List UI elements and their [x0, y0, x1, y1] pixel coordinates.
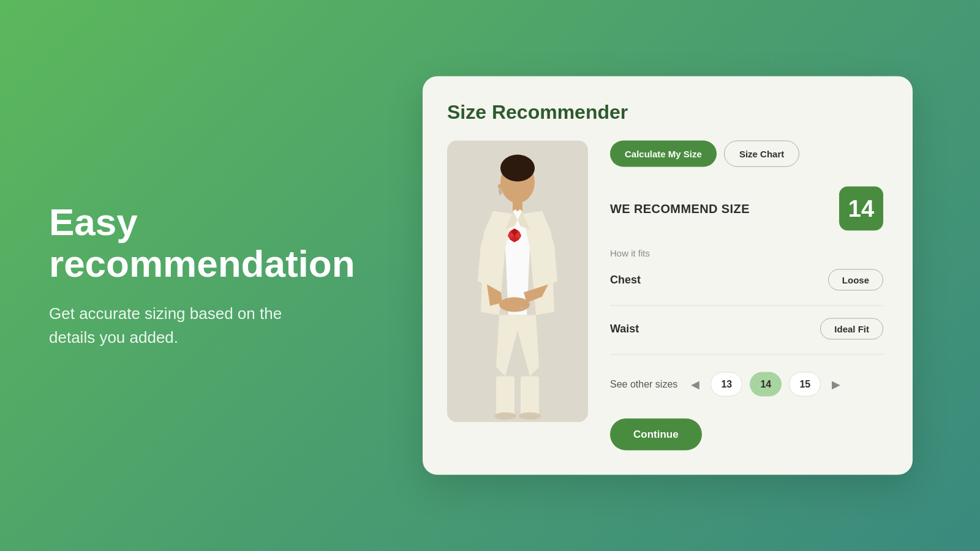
size-selector-row: See other sizes ◀ 13 14 15 ▶ [610, 372, 883, 397]
size-pill-14[interactable]: 14 [750, 372, 782, 397]
button-row: Calculate My Size Size Chart [610, 141, 883, 167]
main-card: Size Recommender [423, 77, 913, 475]
size-pill-15[interactable]: 15 [789, 372, 821, 397]
continue-button[interactable]: Continue [610, 419, 702, 451]
svg-rect-16 [521, 377, 539, 416]
calculate-my-size-button[interactable]: Calculate My Size [610, 141, 717, 167]
svg-point-18 [519, 413, 541, 420]
person-illustration [447, 141, 588, 422]
svg-rect-14 [519, 307, 524, 310]
subtext: Get accurate sizing based on the details… [49, 302, 312, 350]
svg-point-12 [512, 229, 517, 235]
see-other-sizes-label: See other sizes [610, 379, 677, 390]
chest-fit-badge: Loose [828, 269, 883, 291]
headline: Easy recommendation [49, 201, 312, 285]
recommend-section: WE RECOMMEND SIZE 14 [610, 187, 883, 231]
svg-point-13 [499, 298, 530, 312]
card-content: Calculate My Size Size Chart WE RECOMMEN… [447, 141, 883, 451]
svg-rect-2 [513, 200, 522, 211]
size-pill-13[interactable]: 13 [710, 372, 742, 397]
svg-point-4 [521, 170, 530, 179]
how-it-fits-label: How it fits [610, 248, 883, 258]
svg-point-6 [499, 188, 502, 195]
fit-row-chest: Chest Loose [610, 269, 883, 291]
next-size-button[interactable]: ▶ [828, 375, 844, 394]
recommend-label: WE RECOMMEND SIZE [610, 201, 750, 216]
prev-size-button[interactable]: ◀ [687, 375, 703, 394]
svg-point-17 [494, 413, 516, 420]
svg-rect-15 [496, 377, 514, 416]
card-title: Size Recommender [447, 101, 883, 124]
divider-2 [610, 354, 883, 355]
waist-label: Waist [610, 323, 639, 335]
fit-row-waist: Waist Ideal Fit [610, 318, 883, 340]
left-section: Easy recommendation Get accurate sizing … [49, 201, 312, 350]
size-chart-button[interactable]: Size Chart [724, 141, 799, 167]
waist-fit-badge: Ideal Fit [820, 318, 883, 340]
chest-label: Chest [610, 274, 641, 287]
recommended-size-badge: 14 [839, 187, 883, 231]
right-panel: Calculate My Size Size Chart WE RECOMMEN… [610, 141, 883, 451]
divider-1 [610, 305, 883, 306]
svg-point-3 [500, 155, 535, 182]
product-image [447, 141, 588, 422]
